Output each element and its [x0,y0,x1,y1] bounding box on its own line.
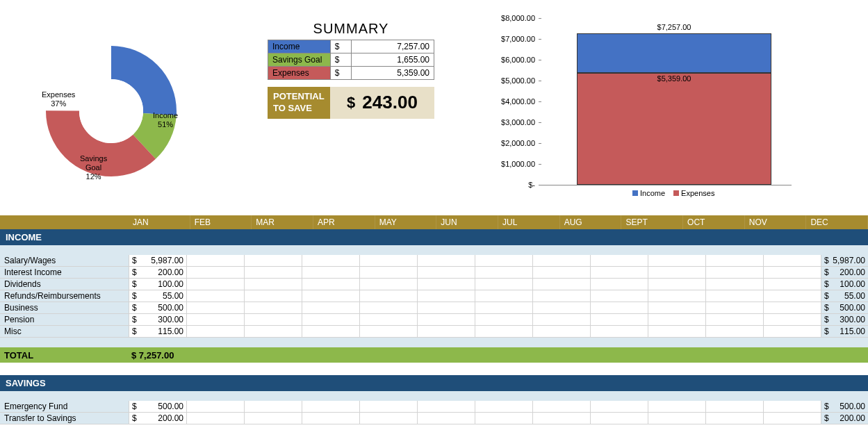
cell[interactable] [417,314,475,325]
month-apr[interactable]: APR [313,215,375,229]
month-may[interactable]: MAY [375,215,437,229]
cell[interactable] [244,267,302,278]
cell[interactable] [763,314,821,325]
month-jan[interactable]: JAN [129,215,190,229]
cell[interactable] [359,413,417,424]
cell[interactable] [705,413,763,424]
cell[interactable] [186,413,244,424]
cell[interactable] [763,255,821,266]
cell[interactable] [532,267,590,278]
cell[interactable] [648,326,705,337]
month-mar[interactable]: MAR [252,215,313,229]
cell[interactable] [302,290,359,302]
cell[interactable] [417,302,475,313]
cell[interactable] [302,314,359,325]
cell[interactable] [359,255,417,266]
cell[interactable] [244,302,302,313]
month-dec[interactable]: DEC [806,215,868,229]
cell[interactable] [475,326,532,337]
cell[interactable] [244,413,302,424]
cell[interactable] [590,401,648,412]
cell[interactable] [590,279,648,290]
month-nov[interactable]: NOV [745,215,807,229]
cell[interactable] [532,314,590,325]
month-jun[interactable]: JUN [436,215,498,229]
cell[interactable] [302,413,359,424]
cell[interactable] [417,267,475,278]
cell[interactable]: $115.00 [129,326,186,337]
cell[interactable] [590,413,648,424]
cell[interactable] [705,267,763,278]
cell[interactable] [417,413,475,424]
cell[interactable] [475,255,532,266]
cell[interactable] [475,290,532,302]
cell[interactable] [359,302,417,313]
cell[interactable] [705,314,763,325]
cell[interactable] [417,290,475,302]
cell[interactable] [244,326,302,337]
month-jul[interactable]: JUL [498,215,560,229]
cell[interactable] [648,255,705,266]
cell[interactable] [532,401,590,412]
cell[interactable] [763,290,821,302]
month-aug[interactable]: AUG [560,215,622,229]
cell[interactable] [475,314,532,325]
cell[interactable] [705,401,763,412]
cell[interactable] [417,255,475,266]
cell[interactable] [244,255,302,266]
cell[interactable] [244,314,302,325]
cell[interactable] [475,267,532,278]
cell[interactable] [302,255,359,266]
cell[interactable] [186,255,244,266]
cell[interactable] [763,326,821,337]
cell[interactable] [590,290,648,302]
cell[interactable]: $300.00 [129,314,186,325]
cell[interactable] [417,326,475,337]
cell[interactable] [532,290,590,302]
cell[interactable] [417,401,475,412]
cell[interactable]: $500.00 [129,302,186,313]
cell[interactable] [648,279,705,290]
cell[interactable] [475,279,532,290]
cell[interactable] [186,302,244,313]
cell[interactable] [532,413,590,424]
cell[interactable] [359,279,417,290]
cell[interactable] [648,302,705,313]
cell[interactable] [186,290,244,302]
cell[interactable] [302,401,359,412]
cell[interactable] [302,279,359,290]
cell[interactable] [359,314,417,325]
cell[interactable] [186,314,244,325]
cell[interactable] [705,290,763,302]
cell[interactable] [590,326,648,337]
cell[interactable]: $200.00 [129,267,186,278]
cell[interactable] [417,279,475,290]
cell[interactable] [532,302,590,313]
cell[interactable] [302,326,359,337]
cell[interactable] [532,326,590,337]
cell[interactable] [648,267,705,278]
cell[interactable] [648,290,705,302]
cell[interactable] [359,290,417,302]
cell[interactable] [186,326,244,337]
cell[interactable] [648,413,705,424]
cell[interactable] [648,401,705,412]
month-feb[interactable]: FEB [190,215,252,229]
cell[interactable] [475,401,532,412]
cell[interactable] [763,413,821,424]
cell[interactable] [359,326,417,337]
cell[interactable] [359,401,417,412]
cell[interactable] [186,267,244,278]
cell[interactable] [590,302,648,313]
month-sept[interactable]: SEPT [621,215,683,229]
cell[interactable] [532,255,590,266]
cell[interactable] [475,302,532,313]
cell[interactable]: $500.00 [129,401,186,412]
cell[interactable] [532,279,590,290]
month-oct[interactable]: OCT [683,215,745,229]
cell[interactable] [648,314,705,325]
cell[interactable] [590,255,648,266]
cell[interactable]: $200.00 [129,413,186,424]
cell[interactable] [302,267,359,278]
cell[interactable] [244,401,302,412]
